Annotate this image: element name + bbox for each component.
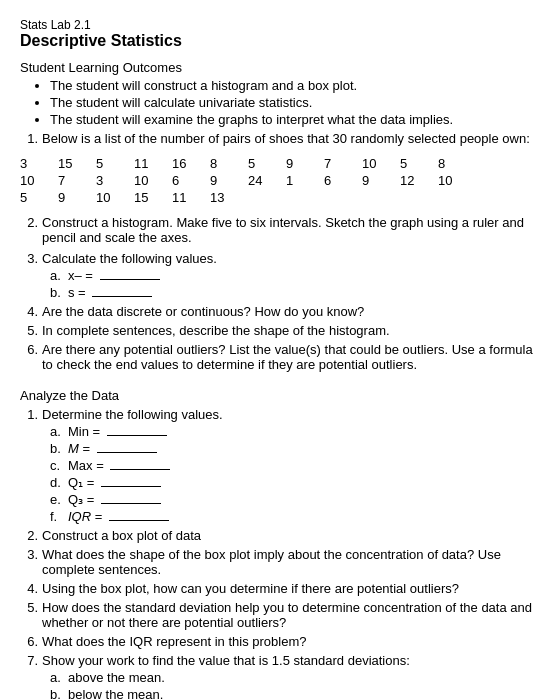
outcome-item-3: The student will examine the graphs to i… [50,112,540,127]
analyze-header: Analyze the Data [20,388,540,403]
outcome-item-2: The student will calculate univariate st… [50,95,540,110]
q4-text: Are the data discrete or continuous? How… [42,304,540,319]
data-cell: 12 [400,173,438,188]
data-cell: 3 [96,173,134,188]
analyze-q7-sub-a-text: above the mean. [68,670,165,685]
analyze-q5-text: How does the standard deviation help you… [42,600,540,630]
analyze-q1-num: 1. [20,407,38,422]
q1-text: Below is a list of the number of pairs o… [42,131,540,146]
data-cell: 6 [324,173,362,188]
question-6: 6. Are there any potential outliers? Lis… [20,342,540,372]
question-2: 2. Construct a histogram. Make five to s… [20,215,540,245]
q1-num: 1. [20,131,38,146]
outcome-item-1: The student will construct a histogram a… [50,78,540,93]
data-cell: 10 [438,173,476,188]
q2-num: 2. [20,215,38,230]
question-1: 1. Below is a list of the number of pair… [20,131,540,146]
data-cell: 6 [172,173,210,188]
data-cell: 5 [96,156,134,171]
q3-sub-b: b. s = [50,285,540,300]
data-cell: 7 [58,173,96,188]
q3-text: Calculate the following values. [42,251,540,266]
analyze-q5-num: 5. [20,600,38,615]
page-title: Descriptive Statistics [20,32,540,50]
q5-num: 5. [20,323,38,338]
analyze-q1-sub-b-label: b. [50,441,64,456]
analyze-q1-sub-c-label: c. [50,458,64,473]
analyze-q3-text: What does the shape of the box plot impl… [42,547,540,577]
analyze-q1-sub-a-text: Min = [68,424,167,439]
analyze-q7-sub-b: b. below the mean. [50,687,540,700]
analyze-q1-sub-f-label: f. [50,509,64,524]
q3-sub-a-label: a. [50,268,64,283]
analyze-q1-sub-d-text: Q₁ = [68,475,161,490]
data-cell: 5 [248,156,286,171]
analyze-q1-sub-b-text: M = [68,441,157,456]
analyze-q1-sub-e: e. Q₃ = [50,492,540,507]
data-cell: 10 [362,156,400,171]
data-cell: 10 [20,173,58,188]
q3-sub-b-text: s = [68,285,152,300]
question-4: 4. Are the data discrete or continuous? … [20,304,540,319]
analyze-q1-sub-d-label: d. [50,475,64,490]
data-cell: 16 [172,156,210,171]
analyze-q1-sub-f: f. IQR = [50,509,540,524]
data-cell: 9 [286,156,324,171]
data-cell: 8 [210,156,248,171]
data-cell: 9 [210,173,248,188]
q3-sub-b-label: b. [50,285,64,300]
analyze-q1-sub-b: b. M = [50,441,540,456]
q3-sub-a: a. x– = [50,268,540,283]
analyze-q1-sub-e-text: Q₃ = [68,492,161,507]
data-cell: 13 [210,190,248,205]
analyze-q7-num: 7. [20,653,38,668]
analyze-q3-num: 3. [20,547,38,562]
analyze-q4: 4. Using the box plot, how can you deter… [20,581,540,596]
data-grid: 3 15 5 11 16 8 5 9 7 10 5 8 10 7 3 10 6 … [20,156,540,205]
analyze-q7-text: Show your work to find the value that is… [42,653,540,668]
data-cell: 5 [400,156,438,171]
data-cell: 1 [286,173,324,188]
analyze-q7-sub-a: a. above the mean. [50,670,540,685]
analyze-q1-text: Determine the following values. [42,407,540,422]
data-cell: 10 [134,173,172,188]
analyze-q1-sub-c: c. Max = [50,458,540,473]
outcomes-list: The student will construct a histogram a… [50,78,540,127]
analyze-q1-sub-e-label: e. [50,492,64,507]
data-cell: 15 [58,156,96,171]
analyze-q4-num: 4. [20,581,38,596]
q3-sub-a-text: x– = [68,268,160,283]
analyze-q2-text: Construct a box plot of data [42,528,540,543]
analyze-q1-sub-d: d. Q₁ = [50,475,540,490]
analyze-section: Analyze the Data 1. Determine the follow… [20,388,540,700]
analyze-q3: 3. What does the shape of the box plot i… [20,547,540,577]
data-cell: 11 [134,156,172,171]
outcomes-label: Student Learning Outcomes [20,60,540,75]
data-cell: 24 [248,173,286,188]
analyze-q7-sub-a-label: a. [50,670,64,685]
analyze-q6: 6. What does the IQR represent in this p… [20,634,540,649]
q5-text: In complete sentences, describe the shap… [42,323,540,338]
data-cell: 10 [96,190,134,205]
analyze-q6-text: What does the IQR represent in this prob… [42,634,540,649]
analyze-q6-num: 6. [20,634,38,649]
analyze-q1-sub-a: a. Min = [50,424,540,439]
analyze-q1: 1. Determine the following values. [20,407,540,422]
data-cell: 3 [20,156,58,171]
analyze-q5: 5. How does the standard deviation help … [20,600,540,630]
stats-lab-subtitle: Stats Lab 2.1 [20,18,540,32]
q4-num: 4. [20,304,38,319]
q3-num: 3. [20,251,38,266]
analyze-q1-sub-a-label: a. [50,424,64,439]
q6-num: 6. [20,342,38,357]
data-cell: 8 [438,156,476,171]
analyze-q4-text: Using the box plot, how can you determin… [42,581,540,596]
question-5: 5. In complete sentences, describe the s… [20,323,540,338]
data-cell: 5 [20,190,58,205]
analyze-q7-sub-b-label: b. [50,687,64,700]
analyze-q7: 7. Show your work to find the value that… [20,653,540,668]
analyze-q1-sub-f-text: IQR = [68,509,169,524]
analyze-q2: 2. Construct a box plot of data [20,528,540,543]
data-cell: 9 [362,173,400,188]
data-cell: 11 [172,190,210,205]
